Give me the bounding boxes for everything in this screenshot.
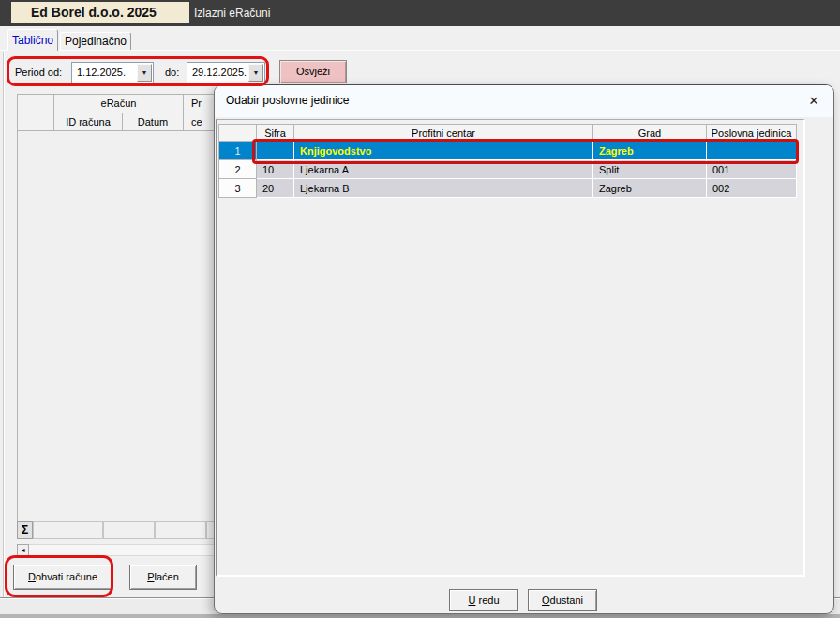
paid-button[interactable]: Plaćen [129, 565, 197, 590]
cancel-rest: dustani [550, 595, 583, 606]
grid-group-header-eracun: eRačun [53, 94, 184, 113]
period-from-select[interactable]: 1.12.2025. ▼ [71, 62, 154, 83]
row-number-cell[interactable]: 1 [219, 142, 257, 160]
dialog-title: Odabir poslovne jedinice [226, 94, 349, 107]
fetch-rest: ohvati račune [36, 571, 98, 582]
app-window: Ed Borel d.o.o. 2025 Izlazni eRačuni Tab… [0, 0, 840, 618]
pane-left-edge-highlight [4, 52, 5, 597]
chevron-down-icon[interactable]: ▼ [137, 64, 152, 82]
module-title: Izlazni eRačuni [194, 7, 270, 20]
cell-grad[interactable]: Zagreb [593, 142, 707, 160]
cancel-underline: O [542, 595, 550, 606]
ok-rest: redu [475, 595, 499, 606]
cell-profitni-centar[interactable]: Ljekarna B [294, 179, 593, 198]
cell-poslovna-jedinica[interactable] [707, 142, 797, 160]
grid-group-header-partial: Pr [183, 94, 216, 113]
period-to-label: do: [165, 67, 179, 78]
fetch-underline: D [28, 571, 36, 582]
paid-rest: laćen [155, 571, 179, 582]
window-bottom-edge [0, 614, 840, 618]
header-profitni-centar[interactable]: Profitni centar [294, 125, 593, 142]
cancel-button[interactable]: Odustani [528, 589, 597, 611]
grid-body-empty [17, 130, 216, 521]
horizontal-scrollbar[interactable] [29, 544, 216, 556]
business-unit-table: Šifra Profitni centar Grad Poslovna jedi… [218, 124, 797, 198]
period-from-label: Period od: [15, 67, 62, 78]
table-row[interactable]: 3 20 Ljekarna B Zagreb 002 [219, 179, 797, 198]
sum-cell [155, 521, 206, 539]
business-unit-dialog: Odabir poslovne jedinice ✕ Šifra Profitn… [214, 84, 834, 614]
scroll-left-icon[interactable]: ◄ [17, 544, 29, 556]
sum-cell [33, 521, 103, 539]
fetch-invoices-button[interactable]: Dohvati račune [13, 565, 112, 590]
sum-sigma-cell: Σ [17, 521, 33, 539]
ok-button[interactable]: U redu [449, 589, 518, 611]
cell-grad[interactable]: Zagreb [593, 179, 707, 198]
title-bar: Ed Borel d.o.o. 2025 Izlazni eRačuni [0, 0, 840, 26]
cell-grad[interactable]: Split [593, 160, 707, 179]
tab-tablicno[interactable]: Tablično [8, 29, 58, 51]
table-row-selected[interactable]: 1 Knjigovodstvo Zagreb [219, 142, 797, 160]
sum-cell [103, 521, 155, 539]
grid-col-partial: ce [183, 113, 216, 131]
row-number-cell[interactable]: 3 [219, 179, 257, 198]
grid-selector-header [17, 94, 54, 131]
paid-underline: P [147, 571, 154, 582]
cell-poslovna-jedinica[interactable]: 002 [707, 179, 797, 198]
cell-sifra[interactable]: 10 [257, 160, 294, 179]
cell-profitni-centar[interactable]: Ljekarna A [294, 160, 593, 179]
grid-col-id-racuna: ID računa [53, 113, 123, 131]
close-icon[interactable]: ✕ [802, 90, 825, 113]
table-header-row: Šifra Profitni centar Grad Poslovna jedi… [219, 125, 797, 142]
chevron-down-icon[interactable]: ▼ [248, 64, 263, 82]
cell-sifra[interactable]: 20 [257, 179, 294, 198]
dialog-title-bar: Odabir poslovne jedinice ✕ [215, 85, 833, 117]
header-grad[interactable]: Grad [593, 125, 707, 142]
cell-poslovna-jedinica[interactable]: 001 [707, 160, 797, 179]
header-sifra[interactable]: Šifra [257, 125, 294, 142]
row-number-cell[interactable]: 2 [219, 160, 257, 179]
cell-sifra[interactable] [257, 142, 294, 160]
cell-profitni-centar[interactable]: Knjigovodstvo [294, 142, 593, 160]
grid-col-datum: Datum [122, 113, 184, 131]
header-rownum [219, 125, 257, 142]
period-to-select[interactable]: 29.12.2025. ▼ [187, 62, 265, 83]
header-poslovna-jedinica[interactable]: Poslovna jedinica [707, 125, 797, 142]
refresh-button[interactable]: Osvježi [279, 60, 347, 83]
tab-strip-underline [0, 50, 840, 51]
tab-pojedinacno[interactable]: Pojedinačno [60, 32, 131, 50]
company-title: Ed Borel d.o.o. 2025 [11, 2, 189, 23]
table-row[interactable]: 2 10 Ljekarna A Split 001 [219, 160, 797, 179]
